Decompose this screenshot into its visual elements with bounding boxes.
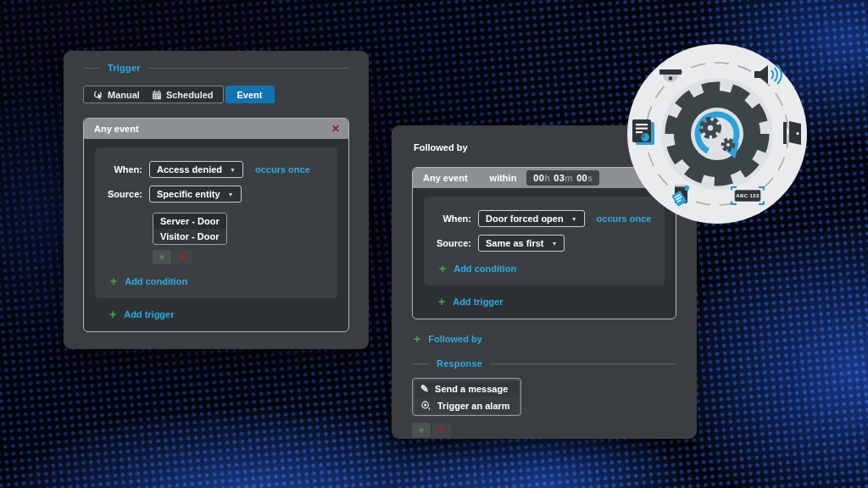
alarm-icon xyxy=(420,400,431,411)
response-legend-label: Response xyxy=(437,358,482,369)
remove-entity-button[interactable]: ✕ xyxy=(173,250,192,264)
add-condition-label: Add condition xyxy=(453,263,516,274)
door-icon xyxy=(783,121,801,145)
tab-scheduled-label: Scheduled xyxy=(166,90,214,100)
add-trigger-link[interactable]: + Add trigger xyxy=(109,309,337,319)
condition-box: When: Access denied ▼ occurs once Source… xyxy=(95,147,337,298)
trigger-legend-label: Trigger xyxy=(108,63,141,73)
minutes-unit: m xyxy=(565,173,573,183)
source-value: Same as first xyxy=(486,238,543,248)
tab-event-label: Event xyxy=(237,90,263,100)
response-item-label: Trigger an alarm xyxy=(437,401,510,411)
occurs-once-link[interactable]: occurs once xyxy=(255,164,310,175)
event-card-header: Any event ✕ xyxy=(84,119,348,139)
event-card-title: Any event xyxy=(94,124,139,134)
plus-icon: + xyxy=(438,297,445,306)
report-icon xyxy=(632,119,654,145)
tab-scheduled[interactable]: Scheduled xyxy=(146,86,220,103)
seconds-unit: s xyxy=(587,173,593,183)
event-type-dropdown[interactable]: Door forced open ▼ xyxy=(478,210,585,227)
source-dropdown[interactable]: Same as first ▼ xyxy=(478,235,565,252)
event-type-dropdown[interactable]: Access denied ▼ xyxy=(149,161,243,178)
add-trigger-label: Add trigger xyxy=(124,309,174,319)
hours-unit: h xyxy=(544,173,550,183)
remove-response-button[interactable]: ✕ xyxy=(432,423,451,437)
response-item-trigger-alarm[interactable]: Trigger an alarm xyxy=(415,397,519,413)
automation-circle-graphic: ABC 123 xyxy=(626,42,809,225)
license-plate-text: ABC 123 xyxy=(736,193,760,198)
source-dropdown[interactable]: Specific entity ▼ xyxy=(149,186,242,202)
chevron-down-icon: ▼ xyxy=(571,216,577,222)
pencil-icon: ✎ xyxy=(420,383,429,395)
when-label: When: xyxy=(427,214,471,224)
trigger-legend: Trigger xyxy=(83,63,349,73)
within-label: within xyxy=(490,173,517,183)
plus-icon: + xyxy=(439,264,446,273)
plus-icon: + xyxy=(110,277,117,286)
source-label: Source: xyxy=(427,238,471,248)
when-row: When: Door forced open ▼ occurs once xyxy=(427,210,656,227)
calendar-icon xyxy=(152,90,162,100)
add-followed-by-link[interactable]: + Followed by xyxy=(414,334,676,344)
response-list: ✎ Send a message Trigger an alarm xyxy=(412,378,521,416)
chevron-down-icon: ▼ xyxy=(551,241,557,247)
tab-group: Manual Scheduled xyxy=(83,86,224,103)
plus-icon: + xyxy=(109,310,116,319)
automation-illustration: ABC 123 xyxy=(626,42,809,225)
tab-manual-label: Manual xyxy=(108,90,140,100)
trigger-panel: Trigger Manual xyxy=(64,51,369,349)
response-item-send-message[interactable]: ✎ Send a message xyxy=(415,380,519,397)
chevron-down-icon: ▼ xyxy=(228,191,234,197)
tab-manual[interactable]: Manual xyxy=(87,86,146,103)
entity-list: Server - Door Visitor - Door xyxy=(153,213,227,245)
seconds-value: 00 xyxy=(576,173,587,183)
hours-value: 00 xyxy=(533,173,544,183)
chevron-down-icon: ▼ xyxy=(230,167,236,173)
list-item[interactable]: Server - Door xyxy=(153,214,226,229)
plus-icon: + xyxy=(414,335,420,343)
source-row: Source: Same as first ▼ xyxy=(427,235,656,252)
close-icon[interactable]: ✕ xyxy=(331,123,340,135)
source-value: Specific entity xyxy=(157,189,220,199)
list-item[interactable]: Visitor - Door xyxy=(153,229,226,244)
trigger-type-tabs: Manual Scheduled Event xyxy=(83,86,349,103)
trigger-event-card: Any event ✕ When: Access denied ▼ occurs… xyxy=(83,118,349,332)
response-item-label: Send a message xyxy=(435,384,508,394)
response-legend: Response xyxy=(412,358,676,369)
add-trigger-link[interactable]: + Add trigger xyxy=(438,297,665,307)
source-label: Source: xyxy=(98,189,142,199)
add-condition-link[interactable]: + Add condition xyxy=(110,276,329,286)
minutes-value: 03 xyxy=(554,173,565,183)
add-followed-by-label: Followed by xyxy=(428,334,482,344)
when-row: When: Access denied ▼ occurs once xyxy=(98,161,329,178)
add-response-button[interactable]: + xyxy=(412,423,431,437)
event-card-body: When: Access denied ▼ occurs once Source… xyxy=(84,139,348,319)
response-actions: + ✕ xyxy=(412,423,676,437)
entity-list-actions: + ✕ xyxy=(153,250,329,264)
tab-event[interactable]: Event xyxy=(225,86,275,103)
source-row: Source: Specific entity ▼ xyxy=(98,186,329,202)
event-card-title: Any event xyxy=(423,173,468,183)
duration-field[interactable]: 00h03m00s xyxy=(526,170,599,186)
event-type-value: Door forced open xyxy=(486,214,564,224)
when-label: When: xyxy=(98,164,142,175)
add-condition-link[interactable]: + Add condition xyxy=(439,263,656,274)
event-type-value: Access denied xyxy=(157,164,222,175)
manual-trigger-icon xyxy=(93,90,103,100)
add-condition-label: Add condition xyxy=(125,276,187,286)
add-trigger-label: Add trigger xyxy=(453,297,503,307)
add-entity-button[interactable]: + xyxy=(153,250,171,264)
